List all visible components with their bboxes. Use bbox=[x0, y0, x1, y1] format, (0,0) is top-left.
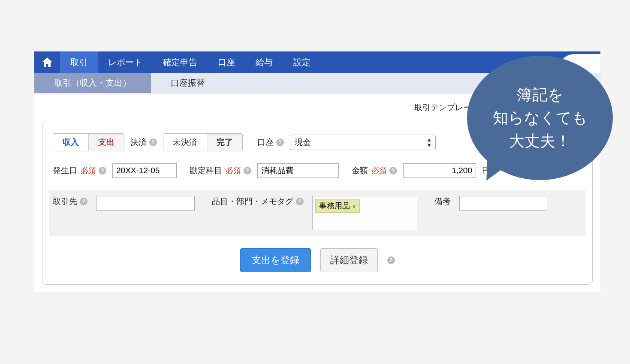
help-icon[interactable]: ? bbox=[149, 138, 157, 146]
help-icon[interactable]: ? bbox=[80, 198, 87, 205]
submit-expense-button[interactable]: 支出を登録 bbox=[240, 248, 311, 272]
help-icon[interactable]: ? bbox=[276, 138, 284, 146]
bubble-line: 大丈夫！ bbox=[509, 129, 571, 153]
nav-item-tax[interactable]: 確定申告 bbox=[153, 51, 208, 73]
amount-label: 金額 bbox=[352, 165, 368, 176]
settlement-toggle: 未決済 完了 bbox=[163, 133, 243, 151]
remarks-label: 備考 bbox=[434, 196, 451, 207]
form-row-3: 取引先 ? 品目・部門・メモタグ ? 事務用品 x 備考 bbox=[49, 190, 585, 236]
nav-item-accounts[interactable]: 口座 bbox=[208, 51, 245, 73]
tag-label: 事務用品 bbox=[319, 201, 350, 211]
category-input[interactable] bbox=[257, 163, 339, 178]
date-input[interactable] bbox=[112, 163, 177, 178]
remarks-input[interactable] bbox=[459, 196, 547, 211]
detail-register-button[interactable]: 詳細登録 bbox=[320, 248, 378, 272]
help-icon[interactable]: ? bbox=[244, 167, 251, 174]
help-icon[interactable]: ? bbox=[389, 167, 397, 174]
settlement-label: 決済 bbox=[130, 137, 147, 148]
account-label: 口座 bbox=[257, 137, 274, 148]
chevron-updown-icon: ▲▼ bbox=[426, 137, 432, 148]
required-badge: 必須 bbox=[226, 165, 241, 176]
tags-label: 品目・部門・メモタグ bbox=[212, 196, 293, 207]
nav-item-settings[interactable]: 設定 bbox=[283, 51, 321, 73]
type-expense-button[interactable]: 支出 bbox=[89, 134, 124, 151]
type-income-button[interactable]: 収入 bbox=[53, 134, 89, 151]
settlement-pending-button[interactable]: 未決済 bbox=[163, 134, 207, 151]
submit-row: 支出を登録 詳細登録 ? bbox=[53, 248, 582, 272]
required-badge: 必須 bbox=[371, 165, 387, 176]
tag-chip[interactable]: 事務用品 x bbox=[315, 199, 360, 213]
bubble-line: 知らなくても bbox=[493, 106, 588, 129]
callout-bubble: 簿記を 知らなくても 大丈夫！ bbox=[467, 56, 613, 180]
partner-label: 取引先 bbox=[53, 196, 77, 207]
tags-input[interactable]: 事務用品 x bbox=[312, 196, 417, 230]
nav-item-transactions[interactable]: 取引 bbox=[60, 51, 98, 73]
partner-input[interactable] bbox=[96, 196, 195, 211]
category-label: 勘定科目 bbox=[190, 165, 222, 176]
home-icon[interactable] bbox=[34, 51, 60, 73]
account-select[interactable]: 現金 ▲▼ bbox=[290, 135, 436, 150]
nav-item-payroll[interactable]: 給与 bbox=[245, 51, 283, 73]
amount-input[interactable] bbox=[403, 163, 476, 178]
subtab-transfer[interactable]: 口座振替 bbox=[151, 73, 225, 93]
help-icon[interactable]: ? bbox=[387, 256, 395, 264]
subtab-transactions[interactable]: 取引（収入・支出） bbox=[34, 73, 151, 93]
date-label: 発生日 bbox=[53, 165, 77, 176]
nav-item-reports[interactable]: レポート bbox=[98, 51, 153, 73]
settlement-done-button[interactable]: 完了 bbox=[207, 134, 242, 151]
account-selected-value: 現金 bbox=[295, 137, 311, 148]
bubble-line: 簿記を bbox=[517, 83, 564, 106]
type-toggle: 収入 支出 bbox=[53, 133, 124, 151]
help-icon[interactable]: ? bbox=[99, 167, 106, 174]
required-badge: 必須 bbox=[81, 165, 96, 176]
help-icon[interactable]: ? bbox=[296, 198, 304, 205]
close-icon[interactable]: x bbox=[353, 202, 356, 210]
